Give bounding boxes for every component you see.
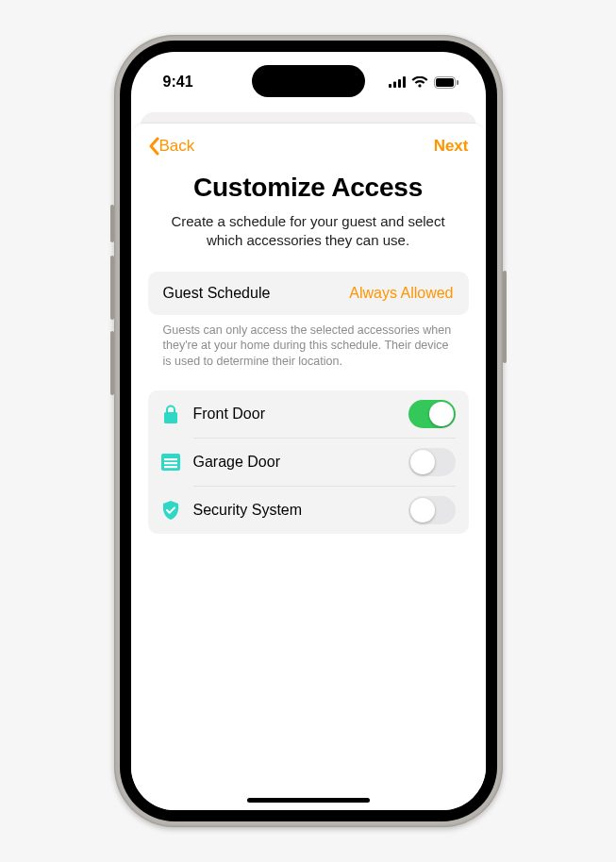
svg-rect-10	[164, 466, 177, 468]
back-button[interactable]: Back	[148, 137, 195, 156]
battery-icon	[434, 76, 459, 89]
schedule-card: Guest Schedule Always Allowed	[148, 272, 469, 315]
guest-schedule-row[interactable]: Guest Schedule Always Allowed	[148, 272, 469, 315]
svg-rect-8	[164, 458, 177, 460]
dynamic-island	[252, 65, 365, 97]
shield-icon	[159, 499, 182, 522]
status-right	[389, 76, 459, 89]
accessory-row: Garage Door	[148, 439, 469, 486]
bezel: 9:41	[120, 41, 497, 821]
page-title: Customize Access	[148, 173, 469, 203]
svg-rect-3	[403, 76, 406, 88]
nav-bar: Back Next	[148, 137, 469, 156]
garage-icon	[159, 451, 182, 473]
accessory-label: Security System	[193, 502, 397, 519]
accessory-label: Garage Door	[193, 454, 397, 471]
svg-rect-2	[398, 79, 401, 88]
power-button	[503, 271, 507, 363]
svg-rect-1	[393, 82, 396, 89]
iphone-frame: 9:41	[114, 35, 503, 827]
screen: 9:41	[131, 52, 486, 810]
accessory-toggle[interactable]	[408, 448, 456, 476]
volume-down-button	[110, 331, 114, 395]
accessory-label: Front Door	[193, 406, 397, 423]
accessory-list: Front DoorGarage DoorSecurity System	[148, 390, 469, 534]
wifi-icon	[411, 76, 428, 88]
volume-up-button	[110, 256, 114, 320]
toggle-knob	[410, 450, 435, 474]
svg-rect-9	[164, 462, 177, 464]
toggle-knob	[429, 402, 454, 426]
next-button[interactable]: Next	[434, 137, 469, 156]
page-subtitle: Create a schedule for your guest and sel…	[148, 212, 469, 251]
schedule-label: Guest Schedule	[163, 285, 271, 302]
svg-rect-0	[389, 84, 391, 88]
accessory-toggle[interactable]	[408, 496, 456, 524]
chevron-left-icon	[148, 137, 159, 156]
status-time: 9:41	[163, 74, 193, 91]
toggle-knob	[410, 498, 435, 522]
cellular-icon	[389, 76, 406, 88]
schedule-value: Always Allowed	[349, 285, 453, 302]
svg-rect-6	[457, 80, 458, 85]
svg-rect-5	[436, 78, 454, 87]
back-label: Back	[159, 137, 195, 156]
sheet: Back Next Customize Access Create a sche…	[131, 124, 486, 810]
lock-icon	[159, 403, 182, 425]
accessory-row: Security System	[148, 487, 469, 534]
home-indicator[interactable]	[247, 798, 370, 803]
action-button	[110, 205, 114, 242]
accessory-row: Front Door	[148, 390, 469, 438]
schedule-footnote: Guests can only access the selected acce…	[148, 315, 469, 388]
accessory-toggle[interactable]	[408, 400, 456, 428]
